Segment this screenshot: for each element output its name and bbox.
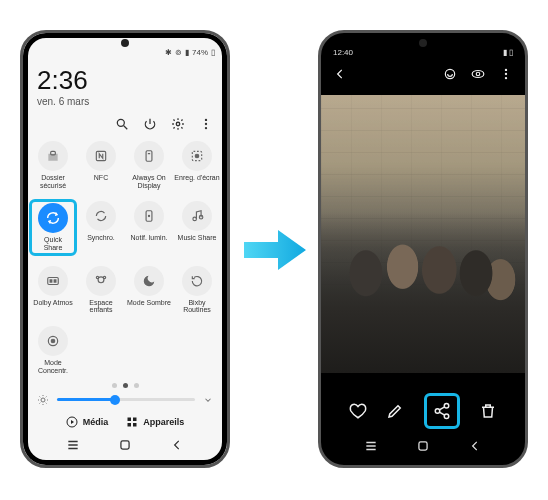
svg-rect-16	[48, 277, 59, 284]
svg-point-13	[148, 216, 149, 217]
svg-point-39	[505, 77, 507, 79]
quick-tile-bixby-routines[interactable]: Bixby Routines	[173, 264, 221, 316]
tile-icon	[182, 141, 212, 171]
quick-tile-dossier-s-curis-[interactable]: Dossier sécurisé	[29, 139, 77, 191]
bluetooth-icon: ✱	[165, 48, 172, 57]
svg-point-35	[476, 72, 480, 76]
media-label: Média	[83, 417, 109, 427]
page-dot[interactable]	[123, 383, 128, 388]
quick-tile-nfc[interactable]: NFC	[77, 139, 125, 191]
svg-point-40	[444, 404, 449, 409]
svg-point-41	[435, 409, 440, 414]
tile-icon	[134, 201, 164, 231]
photo-subjects	[321, 212, 525, 373]
svg-rect-8	[146, 151, 152, 162]
tile-label: NFC	[94, 174, 108, 182]
svg-point-42	[444, 414, 449, 419]
quick-tile-synchro-[interactable]: Synchro.	[77, 199, 125, 255]
brightness-slider[interactable]	[23, 390, 227, 410]
media-button[interactable]: Média	[66, 416, 109, 428]
svg-point-37	[505, 69, 507, 71]
svg-point-15	[199, 216, 203, 220]
more-icon[interactable]	[199, 117, 213, 131]
brightness-icon	[37, 394, 49, 406]
svg-point-23	[51, 339, 55, 343]
auto-adjust-icon[interactable]	[471, 67, 485, 81]
more-icon[interactable]	[499, 67, 513, 81]
quick-tile-espace-enfants[interactable]: Espace enfants	[77, 264, 125, 316]
camera-notch	[419, 39, 427, 47]
quick-tile-quick-share[interactable]: Quick Share	[29, 199, 77, 255]
svg-point-36	[472, 71, 484, 78]
tile-label: Music Share	[178, 234, 217, 242]
clock-date: ven. 6 mars	[23, 96, 227, 111]
wifi-icon: ⊚	[175, 48, 182, 57]
signal-icon: ▮	[185, 48, 189, 57]
svg-point-24	[41, 398, 45, 402]
page-dot[interactable]	[134, 383, 139, 388]
svg-rect-26	[128, 417, 132, 421]
tile-icon	[38, 141, 68, 171]
gear-icon[interactable]	[171, 117, 185, 131]
quick-panel-bottom: Média Appareils	[23, 410, 227, 432]
quick-tile-mode-sombre[interactable]: Mode Sombre	[125, 264, 173, 316]
tile-label: Notif. lumin.	[131, 234, 168, 242]
chevron-down-icon[interactable]	[203, 395, 213, 405]
tile-label: Bixby Routines	[174, 299, 220, 314]
devices-label: Appareils	[143, 417, 184, 427]
tile-label: Always On Display	[126, 174, 172, 189]
tile-label: Mode Sombre	[127, 299, 171, 307]
svg-rect-33	[121, 441, 129, 449]
delete-icon[interactable]	[479, 402, 497, 420]
svg-rect-18	[54, 279, 57, 283]
share-icon[interactable]	[433, 402, 451, 420]
home-icon[interactable]	[118, 438, 132, 452]
nav-bar	[321, 433, 525, 459]
svg-point-0	[117, 119, 124, 126]
recents-icon[interactable]	[364, 439, 378, 453]
recents-icon[interactable]	[66, 438, 80, 452]
quick-tile-dolby-atmos[interactable]: Dolby Atmos	[29, 264, 77, 316]
status-time: 12:40	[333, 48, 353, 57]
grid-icon	[126, 416, 138, 428]
power-icon[interactable]	[143, 117, 157, 131]
photo-content[interactable]	[321, 95, 525, 373]
search-icon[interactable]	[115, 117, 129, 131]
brightness-track[interactable]	[57, 398, 195, 401]
quick-settings-grid: Dossier sécuriséNFCAlways On DisplayEnre…	[23, 139, 227, 377]
tile-icon	[182, 266, 212, 296]
devices-button[interactable]: Appareils	[126, 416, 184, 428]
edit-icon[interactable]	[386, 402, 404, 420]
quick-tile-mode-concentr-[interactable]: Mode Concentr.	[29, 324, 77, 376]
brightness-thumb[interactable]	[110, 395, 120, 405]
svg-rect-6	[51, 151, 56, 155]
tile-label: Dossier sécurisé	[30, 174, 76, 189]
arrow-icon	[242, 224, 308, 276]
tile-label: Espace enfants	[78, 299, 124, 314]
favorite-icon[interactable]	[349, 402, 367, 420]
svg-rect-48	[419, 442, 427, 450]
tile-icon	[38, 203, 68, 233]
clock-time: 2:36	[23, 59, 227, 96]
back-icon[interactable]	[333, 67, 347, 81]
phone-quick-panel: ✱ ⊚ ▮ 74% ▯ 2:36 ven. 6 mars Dossier séc…	[20, 30, 230, 468]
svg-point-4	[205, 123, 207, 125]
battery-icon: ▯	[211, 48, 215, 57]
bixby-vision-icon[interactable]	[443, 67, 457, 81]
svg-rect-29	[133, 423, 137, 427]
home-icon[interactable]	[416, 439, 430, 453]
svg-point-21	[103, 276, 105, 278]
svg-line-44	[439, 412, 444, 415]
page-dot[interactable]	[112, 383, 117, 388]
quick-tile-notif-lumin-[interactable]: Notif. lumin.	[125, 199, 173, 255]
svg-point-2	[176, 122, 180, 126]
quick-tile-enreg-d-cran[interactable]: Enreg. d'écran	[173, 139, 221, 191]
viewer-action-bar	[321, 393, 525, 429]
battery-pct: 74%	[192, 48, 208, 57]
quick-tile-always-on-display[interactable]: Always On Display	[125, 139, 173, 191]
quick-panel-toolbar	[23, 111, 227, 139]
back-icon[interactable]	[170, 438, 184, 452]
svg-rect-17	[50, 279, 53, 283]
quick-tile-music-share[interactable]: Music Share	[173, 199, 221, 255]
back-icon[interactable]	[468, 439, 482, 453]
